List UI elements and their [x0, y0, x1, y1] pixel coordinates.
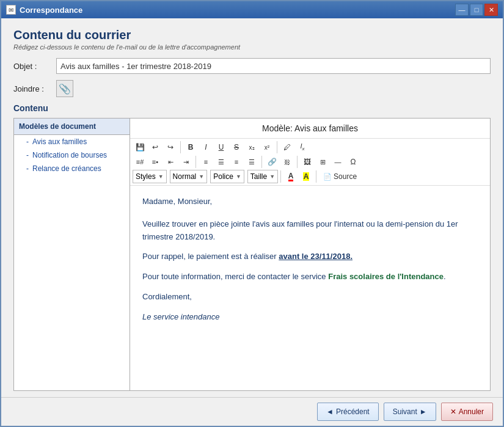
underline-icon: U — [219, 143, 224, 151]
save-icon: 💾 — [136, 143, 145, 151]
align-center-icon: ☰ — [218, 158, 224, 166]
editor-closing: Cordialement, — [142, 291, 478, 304]
editor-title: Modèle: Avis aux familles — [130, 119, 490, 139]
justify-button[interactable]: ☰ — [244, 155, 259, 169]
separator-6 — [280, 170, 281, 183]
align-left-button[interactable]: ≡ — [199, 155, 213, 169]
link-button[interactable]: 🔗 — [265, 155, 279, 169]
highlight-button[interactable]: A — [299, 170, 313, 183]
styles-arrow: ▼ — [158, 173, 164, 180]
templates-panel: Modèles de document Avis aux familles No… — [14, 119, 130, 390]
font-arrow: ▼ — [236, 173, 241, 180]
attach-button[interactable]: 📎 — [56, 80, 73, 97]
maximize-button[interactable]: □ — [470, 4, 483, 16]
paperclip-icon: 📎 — [59, 83, 71, 95]
align-center-button[interactable]: ☰ — [214, 155, 228, 169]
highlight-icon: A — [303, 172, 310, 181]
unordered-list-button[interactable]: ≡• — [148, 155, 163, 169]
toolbar: 💾 ↩ ↪ B I — [130, 139, 490, 186]
font-color-button[interactable]: A — [283, 170, 298, 183]
template-item-notification[interactable]: Notification de bourses — [14, 148, 130, 162]
clear-format-icon: Ix — [300, 142, 304, 151]
image-icon: 🖼 — [304, 158, 311, 166]
editor-body[interactable]: Madame, Monsieur, Veuillez trouver en pi… — [130, 186, 490, 390]
image-button[interactable]: 🖼 — [300, 155, 315, 169]
table-button[interactable]: ⊞ — [315, 155, 330, 169]
editor-panel: Modèle: Avis aux familles 💾 ↩ ↪ — [130, 119, 490, 390]
styles-dropdown[interactable]: Styles ▼ — [133, 170, 167, 183]
format-paint-icon: 🖊 — [283, 143, 291, 151]
editor-service-name: Frais scolaires de l'Intendance — [328, 272, 444, 281]
hr-icon: — — [335, 158, 341, 166]
editor-greeting: Madame, Monsieur, — [142, 195, 478, 208]
styles-label: Styles — [136, 172, 156, 181]
font-color-icon: A — [288, 172, 294, 181]
hr-button[interactable]: — — [331, 155, 345, 169]
subscript-icon: x₂ — [249, 144, 255, 151]
table-icon: ⊞ — [320, 158, 326, 166]
indent-button[interactable]: ⇥ — [178, 155, 193, 169]
toolbar-row-1: 💾 ↩ ↪ B I — [133, 141, 488, 154]
undo-button[interactable]: ↩ — [148, 141, 163, 154]
save-button[interactable]: 💾 — [133, 141, 147, 154]
omega-button[interactable]: Ω — [346, 155, 360, 169]
window-icon: ✉ — [6, 5, 16, 15]
font-dropdown[interactable]: Police ▼ — [210, 170, 244, 183]
redo-icon: ↪ — [167, 143, 173, 151]
annuler-icon: ✕ — [450, 407, 456, 416]
separator-1 — [180, 141, 181, 153]
omega-icon: Ω — [351, 158, 356, 166]
redo-button[interactable]: ↪ — [163, 141, 178, 154]
subscript-button[interactable]: x₂ — [244, 141, 259, 154]
strikethrough-icon: S — [234, 143, 239, 151]
link-icon: 🔗 — [268, 158, 277, 166]
footer-buttons: ◄ Précédent Suivant ► ✕ Annuler — [1, 397, 503, 426]
separator-2 — [277, 141, 277, 153]
indent-icon: ⇥ — [183, 158, 189, 166]
source-file-icon: 📄 — [323, 173, 332, 181]
italic-icon: I — [205, 143, 206, 151]
editor-section: Modèles de document Avis aux familles No… — [13, 118, 491, 391]
separator-3 — [195, 156, 196, 168]
joindre-row: Joindre : 📎 — [13, 80, 491, 97]
template-item-relance[interactable]: Relance de créances — [14, 162, 130, 175]
superscript-button[interactable]: x² — [260, 141, 274, 154]
joindre-label: Joindre : — [13, 84, 56, 93]
italic-button[interactable]: I — [199, 141, 213, 154]
ordered-list-icon: ≡# — [136, 158, 144, 166]
objet-row: Objet : — [13, 58, 491, 74]
objet-input[interactable] — [56, 58, 491, 74]
format-dropdown[interactable]: Normal ▼ — [170, 170, 208, 183]
outdent-button[interactable]: ⇤ — [163, 155, 178, 169]
annuler-label: Annuler — [459, 407, 484, 416]
title-bar-left: ✉ Correspondance — [6, 5, 82, 15]
close-button[interactable]: ✕ — [484, 4, 498, 16]
title-bar: ✉ Correspondance — □ ✕ — [1, 1, 503, 18]
source-toggle-button[interactable]: 📄 Source — [319, 170, 361, 183]
precedent-button[interactable]: ◄ Précédent — [317, 403, 379, 421]
suivant-label: Suivant — [393, 407, 417, 416]
suivant-button[interactable]: Suivant ► — [384, 403, 436, 421]
format-paint-button[interactable]: 🖊 — [280, 141, 294, 154]
align-right-button[interactable]: ≡ — [229, 155, 244, 169]
source-label: Source — [334, 172, 357, 181]
window-title: Correspondance — [20, 5, 82, 15]
editor-paragraph1: Veuillez trouver en pièce jointe l'avis … — [142, 218, 478, 244]
separator-4 — [261, 156, 262, 168]
justify-icon: ☰ — [249, 158, 255, 166]
unlink-button[interactable]: ⛓ — [280, 155, 294, 169]
main-window: ✉ Correspondance — □ ✕ Contenu du courri… — [0, 0, 504, 427]
ordered-list-button[interactable]: ≡# — [133, 155, 147, 169]
annuler-button[interactable]: ✕ Annuler — [441, 403, 493, 421]
strikethrough-button[interactable]: S — [229, 141, 244, 154]
template-item-avis[interactable]: Avis aux familles — [14, 135, 130, 148]
size-dropdown[interactable]: Taille ▼ — [247, 170, 278, 183]
editor-payment-date: avant le 23/11/2018. — [279, 252, 352, 261]
bold-button[interactable]: B — [183, 141, 198, 154]
editor-signature: Le service intendance — [142, 311, 478, 324]
suivant-icon: ► — [420, 407, 427, 416]
minimize-button[interactable]: — — [455, 4, 469, 16]
clear-format-button[interactable]: Ix — [295, 141, 310, 154]
underline-button[interactable]: U — [214, 141, 228, 154]
section-title: Contenu — [13, 103, 491, 113]
